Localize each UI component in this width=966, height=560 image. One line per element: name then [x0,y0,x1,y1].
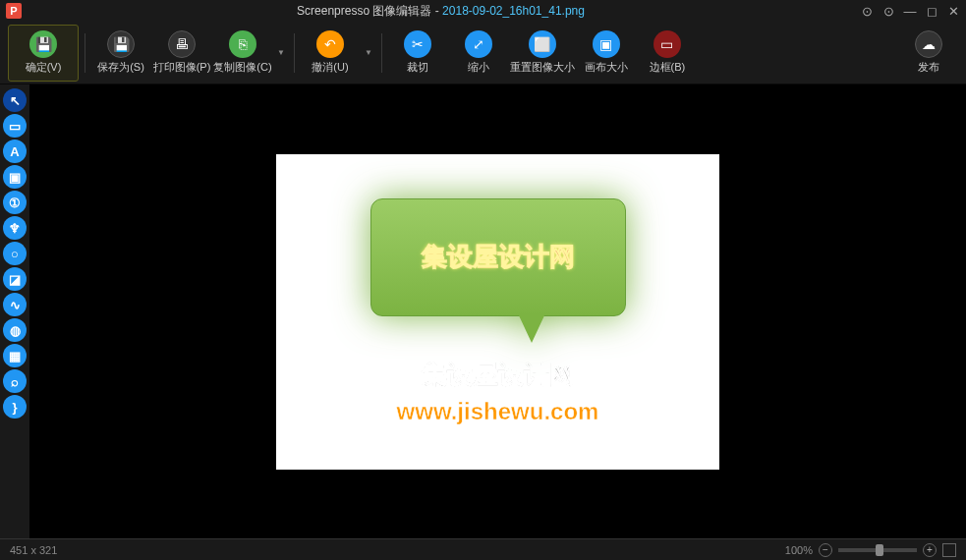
zoom-level: 100% [785,544,813,556]
reset-size-button[interactable]: ⬜ 重置图像大小 [510,25,575,82]
canvas-viewport[interactable]: 集设屋设计网 集设屋设计网 www.jishewu.com [29,84,966,538]
publish-button[interactable]: ☁ 发布 [899,25,958,82]
zoom-out-button[interactable]: − [819,543,832,557]
app-name: Screenpresso 图像编辑器 [297,4,431,18]
separator [381,33,382,73]
highlight-tool-icon[interactable]: ♆ [3,216,27,240]
copy-dropdown[interactable]: ▼ [274,48,288,57]
tool-sidebar: ↖ ▭ A ▣ ① ♆ ○ ◪ ∿ ◍ ▦ ⌕ } [0,84,29,538]
caption-text-2: www.jishewu.com [397,398,599,425]
window-title: Screenpresso 图像编辑器 - 2018-09-02_16h01_41… [22,3,860,20]
ellipse-tool-icon[interactable]: ○ [3,242,27,265]
undo-button[interactable]: ↶ 撤消(U) [301,25,360,82]
magnify-tool-icon[interactable]: ⌕ [3,369,27,393]
speech-text: 集设屋设计网 [422,240,575,274]
copy-button[interactable]: ⎘ 复制图像(C) [213,25,272,82]
minimize-icon[interactable]: — [903,4,917,19]
freehand-tool-icon[interactable]: ∿ [3,293,27,316]
maximize-icon[interactable]: ◻ [925,4,938,19]
undo-icon: ↶ [316,30,344,58]
main-area: ↖ ▭ A ▣ ① ♆ ○ ◪ ∿ ◍ ▦ ⌕ } 集设屋设计网 集设屋设计网 … [0,84,966,538]
image-tool-icon[interactable]: ▦ [3,344,27,367]
forward-icon[interactable]: ⊙ [881,4,895,19]
separator [85,33,85,73]
zoom-slider[interactable] [838,548,917,552]
zoom-controls: 100% − + [785,543,956,557]
print-icon: 🖶 [168,30,196,58]
confirm-button[interactable]: 💾 确定(V) [8,25,79,82]
canvas-size-button[interactable]: ▣ 画布大小 [577,25,636,82]
save-as-icon: 💾 [107,30,135,58]
reset-size-icon: ⬜ [529,30,556,58]
canvas-size-icon: ▣ [593,30,620,58]
crop-button[interactable]: ✂ 裁切 [388,25,447,82]
zoom-in-button[interactable]: + [923,543,937,557]
app-logo-icon: P [6,3,22,19]
cursor-tool-icon[interactable]: ↖ [3,88,27,112]
fit-screen-button[interactable] [942,543,956,557]
cloud-upload-icon: ☁ [915,30,942,58]
text-tool-icon[interactable]: A [3,140,27,163]
statusbar: 451 x 321 100% − + [0,538,966,560]
undo-dropdown[interactable]: ▼ [362,48,375,57]
copy-icon: ⎘ [229,30,256,58]
polygon-tool-icon[interactable]: ◪ [3,267,27,291]
brace-tool-icon[interactable]: } [3,395,27,419]
resize-button[interactable]: ⤢ 缩小 [449,25,508,82]
speech-bubble: 集设屋设计网 [370,198,626,316]
main-toolbar: 💾 确定(V) 💾 保存为(S) 🖶 打印图像(P) ⎘ 复制图像(C) ▼ ↶… [0,22,966,84]
file-name: 2018-09-02_16h01_41.png [442,4,585,18]
window-controls: ⊙ ⊙ — ◻ ✕ [860,4,960,19]
back-icon[interactable]: ⊙ [860,4,874,19]
save-as-button[interactable]: 💾 保存为(S) [91,25,150,82]
print-button[interactable]: 🖶 打印图像(P) [152,25,211,82]
separator [294,33,295,73]
canvas-content: 集设屋设计网 集设屋设计网 www.jishewu.com [276,154,719,470]
crop-icon: ✂ [404,30,431,58]
zoom-slider-thumb[interactable] [876,544,883,556]
save-icon: 💾 [29,30,57,58]
rectangle-tool-icon[interactable]: ▭ [3,114,27,138]
border-icon: ▭ [653,30,681,58]
titlebar: P Screenpresso 图像编辑器 - 2018-09-02_16h01_… [0,0,966,22]
caption-text-1: 集设屋设计网 [422,358,575,392]
speech-bubble-tool-icon[interactable]: ▣ [3,165,27,189]
dimensions-label: 451 x 321 [10,544,57,556]
number-tool-icon[interactable]: ① [3,191,27,214]
border-button[interactable]: ▭ 边框(B) [638,25,697,82]
close-icon[interactable]: ✕ [946,4,960,19]
resize-icon: ⤢ [465,30,492,58]
blur-tool-icon[interactable]: ◍ [3,318,27,342]
